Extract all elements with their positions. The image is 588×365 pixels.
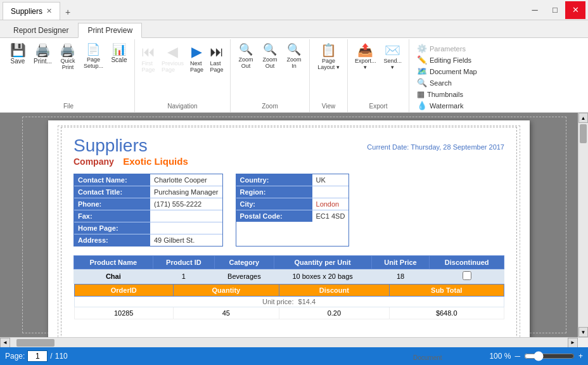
- send-icon: ✉️: [385, 44, 400, 56]
- document-items: ⚙️ Parameters ✏️ Editing Fields 🗺️ Docum…: [413, 43, 478, 111]
- maximize-button[interactable]: □: [545, 1, 565, 19]
- unit-price-row: Unit price: $14.4: [74, 297, 504, 307]
- sub-col-quantity: Quantity: [173, 285, 279, 297]
- scrollbar-h[interactable]: ◄ ►: [0, 338, 578, 347]
- country-row: Country: UK: [236, 174, 349, 186]
- zoom-slider[interactable]: [524, 351, 575, 361]
- report-page: Suppliers Current Date: Thursday, 28 Sep…: [48, 120, 530, 337]
- address-label: Address:: [74, 234, 150, 246]
- h-scroll-track[interactable]: [10, 338, 568, 347]
- new-tab-button[interactable]: +: [60, 4, 75, 20]
- save-icon: 💾: [10, 44, 26, 56]
- tab-report-designer[interactable]: Report Designer: [4, 23, 78, 37]
- send-button[interactable]: ✉️ Send...▾: [381, 42, 406, 72]
- tab-close-icon[interactable]: ✕: [46, 7, 52, 15]
- parameters-label: Parameters: [430, 45, 466, 53]
- print-button[interactable]: 🖨️ Print...: [30, 42, 55, 67]
- close-button[interactable]: ✕: [565, 1, 585, 19]
- country-value: UK: [312, 174, 349, 186]
- scroll-track-v[interactable]: [578, 123, 588, 327]
- company-label: Company: [74, 157, 114, 167]
- postal-label: Postal Code:: [236, 210, 312, 222]
- export-group-label: Export: [369, 101, 388, 111]
- watermark-item[interactable]: 💧 Watermark: [416, 100, 478, 111]
- contact-name-row: Contact Name: Charlotte Cooper: [74, 174, 222, 186]
- ribbon: 💾 Save 🖨️ Print... 🖨️ QuickPrint 📄 PageS…: [0, 38, 588, 113]
- editing-fields-item[interactable]: ✏️ Editing Fields: [416, 54, 478, 65]
- next-page-button[interactable]: ▶ NextPage: [188, 42, 206, 75]
- scroll-up-button[interactable]: ▲: [578, 113, 588, 123]
- zoom-decrease-icon[interactable]: ─: [514, 352, 520, 361]
- info-section: Contact Name: Charlotte Cooper Contact T…: [74, 174, 504, 247]
- export-label: Export...▾: [355, 58, 376, 70]
- zoom-out2-button[interactable]: 🔍 ZoomOut: [259, 42, 281, 71]
- window-controls: ─ □ ✕: [525, 1, 585, 19]
- view-group-label: View: [322, 101, 336, 111]
- scroll-thumb-v[interactable]: [580, 124, 587, 143]
- page-layout-button[interactable]: 📋 PageLayout ▾: [314, 42, 343, 72]
- previous-page-button[interactable]: ◀ PreviousPage: [159, 42, 186, 75]
- scale-button[interactable]: 📊 Scale: [108, 42, 131, 65]
- sub-header-row: OrderID Quantity Discount Sub Total: [74, 285, 504, 297]
- page-number-input[interactable]: [27, 350, 48, 362]
- sub-order-id: 10285: [74, 307, 173, 319]
- col-product-id: Product ID: [153, 256, 215, 269]
- document-map-item[interactable]: 🗺️ Document Map: [416, 66, 478, 77]
- scale-icon: 📊: [112, 44, 126, 55]
- thumbnails-item[interactable]: ▦ Thumbnails: [416, 89, 478, 99]
- first-page-button[interactable]: ⏮ FirstPage: [139, 42, 158, 75]
- region-row: Region:: [236, 186, 349, 198]
- ribbon-group-document: ⚙️ Parameters ✏️ Editing Fields 🗺️ Docum…: [409, 39, 549, 112]
- page-layout-icon: 📋: [321, 44, 336, 56]
- quick-print-button[interactable]: 🖨️ QuickPrint: [56, 42, 79, 72]
- next-page-label: NextPage: [190, 60, 203, 73]
- city-label: City:: [236, 198, 312, 210]
- export-button[interactable]: 📤 Export...▾: [352, 42, 380, 72]
- discontinued-checkbox[interactable]: [463, 271, 471, 280]
- homepage-row: Home Page:: [74, 222, 222, 234]
- page-setup-button[interactable]: 📄 PageSetup...: [80, 42, 106, 71]
- first-page-icon: ⏮: [141, 44, 155, 60]
- zoom-out-button[interactable]: 🔍 ZoomOut: [234, 42, 257, 71]
- info-right: Country: UK Region: City: London Postal …: [236, 174, 350, 247]
- h-scroll-thumb[interactable]: [16, 339, 54, 347]
- phone-row: Phone: (171) 555-2222: [74, 198, 222, 210]
- horizontal-scrollbar-area: ◄ ►: [0, 337, 588, 347]
- search-item[interactable]: 🔍 Search: [416, 77, 478, 88]
- cell-category: Beverages: [215, 269, 274, 284]
- col-qty-per-unit: Quantity per Unit: [274, 256, 371, 269]
- fax-label: Fax:: [74, 210, 150, 222]
- tab-print-preview[interactable]: Print Preview: [78, 23, 142, 38]
- watermark-label: Watermark: [430, 102, 463, 110]
- zoom-increase-icon[interactable]: +: [578, 352, 583, 361]
- nav-buttons: ⏮ FirstPage ◀ PreviousPage ▶ NextPage ⏭ …: [139, 41, 226, 101]
- info-left: Contact Name: Charlotte Cooper Contact T…: [74, 174, 223, 247]
- scroll-left-button[interactable]: ◄: [0, 338, 10, 348]
- scroll-down-button[interactable]: ▼: [578, 327, 588, 337]
- zoom-in-icon: 🔍: [287, 44, 301, 55]
- homepage-value: [150, 222, 222, 234]
- zoom-in-button[interactable]: 🔍 ZoomIn: [283, 42, 305, 71]
- scale-label: Scale: [111, 56, 127, 63]
- previous-page-icon: ◀: [167, 44, 178, 60]
- content-area: Suppliers Current Date: Thursday, 28 Sep…: [0, 113, 578, 337]
- save-button[interactable]: 💾 Save: [6, 42, 29, 67]
- main-area: Suppliers Current Date: Thursday, 28 Sep…: [0, 113, 588, 337]
- scrollbar-corner: [578, 338, 588, 347]
- watermark-icon: 💧: [417, 101, 427, 110]
- unit-price-value: $14.4: [298, 298, 316, 305]
- postal-row: Postal Code: EC1 4SD: [236, 210, 349, 222]
- cell-product-id: 1: [153, 269, 215, 284]
- document-group-label: Document: [413, 353, 442, 362]
- vertical-scrollbar[interactable]: ▲ ▼: [578, 113, 588, 337]
- phone-label: Phone:: [74, 198, 150, 210]
- page-setup-icon: 📄: [86, 44, 100, 55]
- document-tab[interactable]: Suppliers ✕: [3, 2, 60, 20]
- minimize-button[interactable]: ─: [525, 1, 545, 19]
- col-category: Category: [215, 256, 274, 269]
- fax-row: Fax:: [74, 210, 222, 222]
- sub-table-cell: OrderID Quantity Discount Sub Total: [74, 284, 504, 320]
- last-page-button[interactable]: ⏭ LastPage: [207, 42, 226, 75]
- scroll-right-button[interactable]: ►: [568, 338, 578, 348]
- last-page-icon: ⏭: [210, 44, 224, 60]
